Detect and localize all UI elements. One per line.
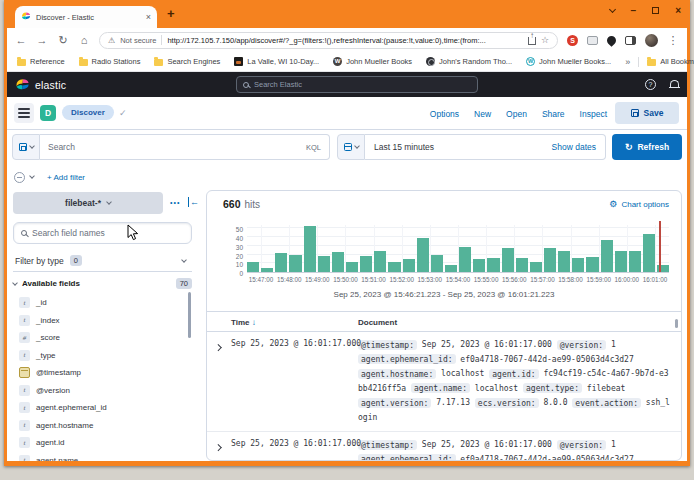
histogram-bar[interactable] <box>247 262 259 272</box>
space-badge[interactable]: D <box>40 105 56 121</box>
address-bar[interactable]: ⚠ Not secure http://172.105.7.150/app/di… <box>99 32 558 49</box>
index-pattern-selector[interactable]: filebeat-* <box>13 192 163 214</box>
global-search-input[interactable] <box>254 80 471 89</box>
url-text[interactable]: http://172.105.7.150/app/discover#/?_g=(… <box>167 36 522 45</box>
field-item-_index[interactable]: t_index <box>13 312 185 330</box>
field-item-_type[interactable]: t_type <box>13 347 185 365</box>
histogram-bar[interactable] <box>516 258 528 272</box>
date-picker-button[interactable] <box>337 134 365 160</box>
hamburger-menu-icon[interactable] <box>14 103 34 123</box>
field-item-_score[interactable]: #_score <box>13 329 185 347</box>
home-icon[interactable]: ⌂ <box>78 34 90 46</box>
histogram-bar[interactable] <box>445 265 457 272</box>
bookmark-item[interactable]: Search Engines <box>154 57 220 66</box>
field-item-agent.name[interactable]: tagent.name <box>13 452 185 462</box>
expand-row-button[interactable] <box>216 342 221 351</box>
extension-s-icon[interactable]: S <box>567 35 578 46</box>
menu-inspect[interactable]: Inspect <box>580 109 607 119</box>
histogram-bar[interactable] <box>346 262 358 272</box>
histogram-bar[interactable] <box>417 238 429 272</box>
field-item-_id[interactable]: t_id <box>13 294 185 312</box>
bookmarks-overflow-icon[interactable]: » <box>625 57 630 67</box>
histogram-bar[interactable] <box>261 268 273 272</box>
field-item-agent.id[interactable]: tagent.id <box>13 434 185 452</box>
filter-by-type-control[interactable]: Filter by type 0 <box>13 250 192 272</box>
close-button[interactable]: × <box>675 5 681 16</box>
histogram-bar[interactable] <box>629 251 641 272</box>
histogram-bar[interactable] <box>431 255 443 272</box>
histogram-bar[interactable] <box>586 257 598 272</box>
histogram-bar[interactable] <box>601 240 613 272</box>
breadcrumb[interactable]: Discover <box>62 105 114 120</box>
histogram-bar[interactable] <box>558 251 570 272</box>
bookmark-item[interactable]: WJohn Mueller Books... <box>526 57 611 66</box>
document-row[interactable]: Sep 25, 2023 @ 16:01:17.000@timestamp: S… <box>207 432 681 461</box>
document-row[interactable]: Sep 25, 2023 @ 16:01:17.000@timestamp: S… <box>207 332 681 432</box>
bookmark-item[interactable]: Reference <box>17 57 65 66</box>
share-icon[interactable] <box>528 37 536 45</box>
histogram-bar[interactable] <box>374 251 386 272</box>
chart-options-link[interactable]: ⚙ Chart options <box>609 199 669 209</box>
search-input[interactable] <box>48 142 306 152</box>
histogram-bar[interactable] <box>502 248 514 272</box>
bookmark-item[interactable]: Radio Stations <box>79 57 141 66</box>
histogram-bar[interactable] <box>304 226 316 272</box>
field-search-box[interactable] <box>13 222 192 244</box>
menu-dots-icon[interactable]: ⋮ <box>667 34 679 47</box>
bookmark-item[interactable]: WJohn Mueller Books <box>333 57 412 66</box>
show-dates-link[interactable]: Show dates <box>552 142 596 152</box>
menu-options[interactable]: Options <box>430 109 459 119</box>
histogram-bar[interactable] <box>388 262 400 272</box>
sort-descending-icon[interactable]: ↓ <box>252 318 256 327</box>
histogram-bar[interactable] <box>615 251 627 272</box>
tab-search-icon[interactable] <box>609 6 616 13</box>
all-bookmarks-button[interactable]: All Bookmarks <box>647 57 694 66</box>
histogram-bar[interactable] <box>403 259 415 272</box>
field-item-agent.ephemeral_id[interactable]: tagent.ephemeral_id <box>13 399 185 417</box>
kql-search-box[interactable]: KQL <box>40 134 330 160</box>
field-options-icon[interactable]: ••• <box>170 199 180 206</box>
histogram-bar[interactable] <box>332 252 344 272</box>
maximize-button[interactable] <box>652 7 659 14</box>
time-range-value[interactable]: Last 15 minutes <box>374 142 434 152</box>
help-icon[interactable]: ? <box>645 79 656 90</box>
available-fields-header[interactable]: Available fields 70 <box>13 278 192 289</box>
field-item-agent.hostname[interactable]: tagent.hostname <box>13 417 185 435</box>
menu-open[interactable]: Open <box>506 109 527 119</box>
elastic-brand[interactable]: elastic <box>15 77 66 92</box>
sidebar-scrollbar[interactable] <box>188 292 191 338</box>
histogram-bar[interactable] <box>473 259 485 272</box>
histogram-bar[interactable] <box>275 253 287 272</box>
extension-cast-icon[interactable] <box>587 36 598 45</box>
minimize-button[interactable]: – <box>631 5 637 16</box>
tab-close-icon[interactable]: × <box>146 13 151 22</box>
bookmark-star-icon[interactable]: ☆ <box>541 35 549 45</box>
histogram-bar[interactable] <box>487 258 499 272</box>
expand-row-button[interactable] <box>216 442 221 451</box>
refresh-button[interactable]: ↻ Refresh <box>612 134 682 160</box>
bookmark-item[interactable]: John's Random Tho... <box>426 57 512 66</box>
time-column-header[interactable]: Time ↓ <box>231 318 256 327</box>
bookmark-item[interactable]: La Valle, WI 10-Day... <box>234 57 319 66</box>
histogram-bar[interactable] <box>572 258 584 272</box>
reload-icon[interactable]: ↻ <box>57 34 69 47</box>
back-icon[interactable]: ← <box>15 34 27 46</box>
extension-pin-icon[interactable] <box>605 34 618 47</box>
collapse-sidebar-icon[interactable]: ← <box>188 197 199 207</box>
browser-tab[interactable]: Discover - Elastic × <box>15 6 157 28</box>
filter-settings-icon[interactable] <box>14 172 25 183</box>
field-item-@version[interactable]: t@version <box>13 382 185 400</box>
saved-query-menu-button[interactable] <box>12 134 40 160</box>
side-panel-icon[interactable] <box>625 36 636 45</box>
histogram-bar[interactable] <box>360 256 372 272</box>
results-scrollbar[interactable] <box>675 319 678 328</box>
histogram-bar[interactable] <box>459 247 471 272</box>
field-item-@timestamp[interactable]: @timestamp <box>13 364 185 382</box>
histogram-bar[interactable] <box>318 256 330 272</box>
menu-share[interactable]: Share <box>542 109 565 119</box>
forward-icon[interactable]: → <box>36 34 48 46</box>
save-button[interactable]: Save <box>615 102 679 124</box>
menu-new[interactable]: New <box>474 109 491 119</box>
field-search-input[interactable] <box>32 228 184 238</box>
histogram-bar[interactable] <box>544 248 556 272</box>
